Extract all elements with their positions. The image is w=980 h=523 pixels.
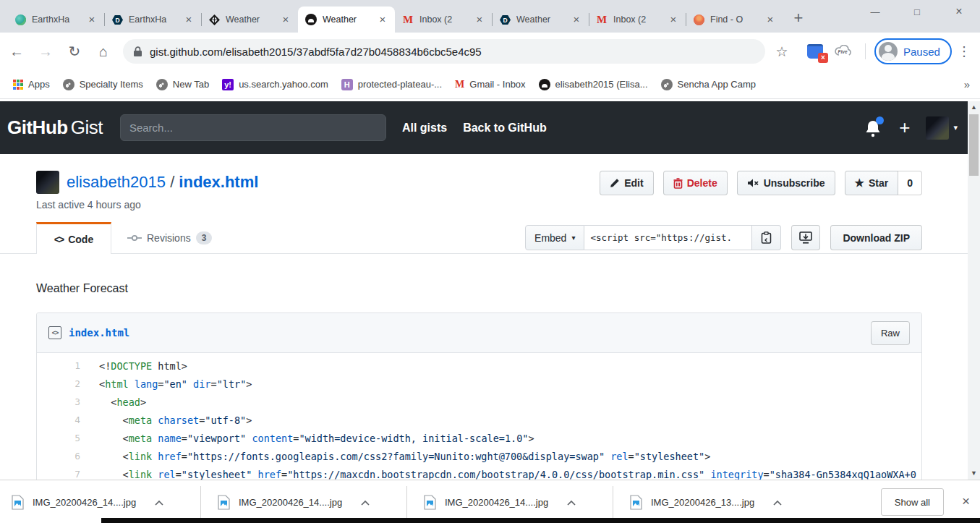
nav-back-to-github[interactable]: Back to GitHub [463,122,547,135]
browser-menu-icon[interactable]: ⋮ [958,43,971,59]
extension-icon[interactable]: × [807,44,823,59]
line-number[interactable]: 6 [37,451,80,462]
close-icon[interactable]: × [376,13,389,26]
github-icon [539,79,550,90]
show-all-downloads-button[interactable]: Show all [881,488,944,516]
scrollbar-thumb[interactable] [969,114,979,176]
tab-revisions[interactable]: Revisions 3 [127,222,212,254]
delete-button[interactable]: Delete [663,171,728,195]
edit-button[interactable]: Edit [600,171,653,195]
globe-icon [63,79,74,90]
bookmark-star-icon[interactable]: ☆ [770,39,794,64]
profile-button[interactable]: Paused [874,38,952,64]
gist-description: Weather Forecast [36,282,128,295]
nav-all-gists[interactable]: All gists [402,122,447,135]
revisions-count-badge: 3 [196,231,213,245]
chevron-up-icon[interactable] [361,496,370,509]
browser-tab-weather-1[interactable]: Weather × [201,7,298,33]
bookmark-yahoo-search[interactable]: y! us.search.yahoo.com [222,79,328,90]
new-tab-button[interactable]: + [788,9,809,29]
bookmark-apps[interactable]: Apps [13,79,50,90]
chevron-down-icon[interactable]: ▾ [953,123,958,132]
page-scrollbar[interactable]: ▲ ▼ [968,101,980,480]
close-shelf-icon[interactable]: × [962,493,970,509]
scroll-down-icon[interactable]: ▼ [968,467,980,480]
image-file-icon [424,495,436,510]
fiverr-extension-icon[interactable]: Five [835,45,853,58]
embed-dropdown-button[interactable]: Embed ▾ [525,225,584,250]
line-number[interactable]: 3 [37,396,80,407]
browser-tab-inbox-2[interactable]: M Inbox (2 × [589,7,686,33]
line-number[interactable]: 2 [37,378,80,389]
address-bar[interactable]: gist.github.com/elisabeth2015/37abdf5fa7… [123,39,765,64]
back-icon[interactable]: ← [4,39,29,64]
maximize-button[interactable]: □ [896,0,938,23]
unsubscribe-button[interactable]: Unsubscribe [737,171,835,195]
globe-icon [661,79,673,90]
close-icon[interactable]: × [182,13,195,26]
bookmark-gmail-inbox[interactable]: M Gmail - Inbox [455,79,526,90]
browser-tab-earthxhack-1[interactable]: EarthxHa × [7,7,104,33]
copy-to-clipboard-button[interactable] [752,225,781,250]
gist-search-input[interactable] [120,114,386,141]
download-gist-button[interactable] [791,225,820,250]
download-item[interactable]: IMG_20200426_14....jpg [12,488,163,516]
browser-tab-earthxhack-2[interactable]: D EarthxHa × [104,7,201,33]
browser-tab-inbox-1[interactable]: M Inbox (2 × [395,7,492,33]
close-icon[interactable]: × [667,13,680,26]
bookmark-protected-plateau[interactable]: H protected-plateau-... [341,79,442,90]
browser-tab-strip: EarthxHa × D EarthxHa × Weather × Weathe… [0,0,980,33]
svg-text:Five: Five [838,49,847,54]
gist-action-buttons: Edit Delete Unsubscribe ★ Star 0 [590,171,922,195]
close-window-button[interactable]: × [938,0,980,23]
line-number[interactable]: 5 [37,433,80,443]
download-zip-button[interactable]: Download ZIP [830,225,922,250]
scroll-up-icon[interactable]: ▲ [968,101,980,114]
bookmarks-overflow-icon[interactable]: » [964,78,970,90]
gist-owner-link[interactable]: elisabeth2015 [67,173,166,191]
chevron-up-icon[interactable] [155,496,163,509]
chevron-up-icon[interactable] [773,496,782,509]
close-icon[interactable]: × [764,13,777,26]
close-icon[interactable]: × [279,13,292,26]
close-icon[interactable]: × [85,13,98,26]
gist-filename-link[interactable]: index.html [179,173,258,191]
bookmark-new-tab[interactable]: New Tab [156,79,209,90]
star-button[interactable]: ★ Star [845,171,899,195]
home-icon[interactable]: ⌂ [91,39,116,64]
gmail-icon: M [402,14,414,25]
browser-tab-weather-2[interactable]: D Weather × [492,7,589,33]
tab-title: Weather [226,14,279,25]
notifications-bell-icon[interactable] [864,119,883,137]
tab-code[interactable]: <> Code [36,222,111,254]
chevron-up-icon[interactable] [567,496,576,509]
lock-icon [133,46,142,57]
embed-snippet-input[interactable] [584,225,752,250]
line-number[interactable]: 4 [37,414,80,425]
image-file-icon [12,495,24,510]
star-count[interactable]: 0 [898,171,922,195]
download-item[interactable]: IMG_20200426_14....jpg [424,488,576,516]
download-item[interactable]: IMG_20200426_13....jpg [630,488,782,516]
close-icon[interactable]: × [570,13,583,26]
header-avatar[interactable] [926,116,949,140]
globe-teal-icon [14,14,26,25]
bookmark-github-profile[interactable]: elisabeth2015 (Elisa... [539,79,648,90]
file-name-link[interactable]: index.html [69,327,129,339]
bookmark-specialty-items[interactable]: Specialty Items [63,79,143,90]
download-item[interactable]: IMG_20200426_14....jpg [218,488,370,516]
browser-tab-weather-gist-active[interactable]: Weather × [298,7,395,33]
forward-icon[interactable]: → [33,39,58,64]
raw-button[interactable]: Raw [871,321,910,345]
sunset-icon [693,14,704,25]
line-number[interactable]: 1 [37,360,80,371]
github-gist-logo[interactable]: GitHubGist [7,116,103,139]
minimize-button[interactable]: — [854,0,896,23]
new-gist-plus-icon[interactable]: + [899,116,910,139]
close-icon[interactable]: × [473,13,486,26]
gist-owner-avatar[interactable] [36,171,59,194]
line-number[interactable]: 7 [37,469,80,480]
bookmark-sencha-app-camp[interactable]: Sencha App Camp [661,79,756,90]
reload-icon[interactable]: ↻ [62,39,87,64]
browser-tab-find[interactable]: Find - O × [686,7,783,33]
